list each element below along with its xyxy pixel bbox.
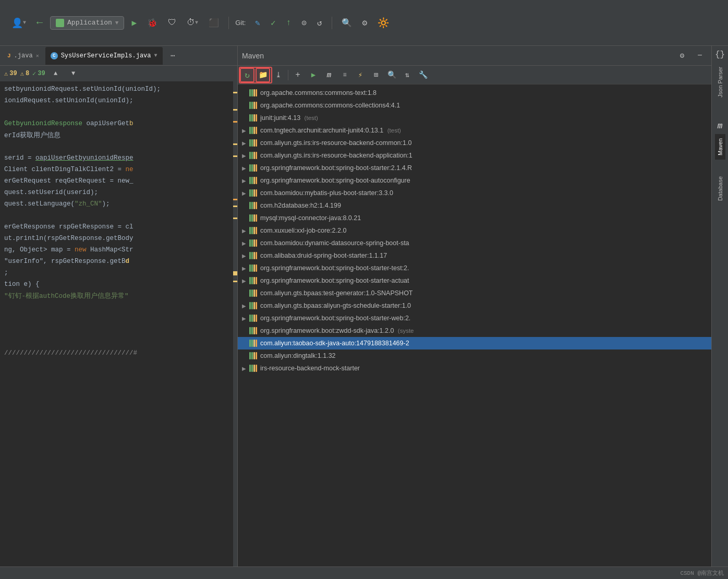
no-arrow bbox=[242, 115, 249, 121]
dep-gts-schedule[interactable]: ▶ com.aliyun.gts.bpaas:aliyun-gts-schedu… bbox=[238, 299, 711, 312]
search-button[interactable]: 🔍 bbox=[338, 16, 355, 30]
maven-run-btn[interactable]: ▶ bbox=[306, 68, 321, 82]
expand-arrow[interactable]: ▶ bbox=[242, 253, 249, 259]
dep-spring-actuator[interactable]: ▶ org.springframework.boot:spring-boot-s… bbox=[238, 274, 711, 287]
tab-dropdown-icon[interactable]: ▼ bbox=[154, 53, 157, 58]
expand-arrow[interactable]: ▶ bbox=[242, 153, 249, 159]
dep-xxl-job[interactable]: ▶ com.xuxueli:xxl-job-core:2.2.0 bbox=[238, 224, 711, 237]
coverage-button[interactable]: 🛡 bbox=[165, 16, 179, 30]
tab-close-icon[interactable]: ✕ bbox=[36, 53, 39, 59]
json-parser-tab[interactable]: Json Parser bbox=[715, 63, 725, 102]
dep-name: com.aliyun:dingtalk:1.1.32 bbox=[260, 352, 336, 359]
dep-archunit[interactable]: ▶ com.tngtech.archunit:archunit-junit4:0… bbox=[238, 124, 711, 137]
attribution-text: CSDN @南宫文机 bbox=[680, 569, 724, 577]
git-update-button[interactable]: ✎ bbox=[252, 16, 263, 30]
profile-run-button[interactable]: ⏱ ▼ bbox=[184, 16, 201, 30]
stop-button[interactable]: ⬛ bbox=[205, 16, 222, 30]
warn2-count: 8 bbox=[26, 70, 29, 77]
code-line: ng, Object> map = new HashMap<Str bbox=[0, 244, 237, 256]
dep-icon bbox=[249, 127, 257, 134]
maven-header-icons: ⚙ − bbox=[675, 49, 707, 63]
run-config-dropdown[interactable]: Application ▼ bbox=[50, 16, 124, 30]
dep-icon bbox=[249, 139, 257, 147]
dep-junit[interactable]: junit:junit:4.13 (test) bbox=[238, 112, 711, 124]
settings-button[interactable]: ⚙ bbox=[359, 16, 371, 30]
maven-download-btn[interactable]: ⤓ bbox=[271, 68, 286, 82]
code-scrollbar[interactable] bbox=[233, 81, 237, 579]
maven-reload-btn[interactable]: ↻ bbox=[240, 68, 254, 82]
expand-arrow[interactable]: ▶ bbox=[242, 190, 249, 196]
dep-irs-common[interactable]: ▶ com.aliyun.gts.irs:irs-resource-backen… bbox=[238, 137, 711, 149]
dep-test-generator[interactable]: com.aliyun.gts.bpaas:test-generator:1.0-… bbox=[238, 287, 711, 299]
profile-button[interactable]: 👤▼ bbox=[8, 15, 29, 31]
expand-arrow[interactable]: ▶ bbox=[242, 366, 249, 371]
dep-zwdd-sdk[interactable]: org.springframework.boot:zwdd-sdk-java:1… bbox=[238, 324, 711, 337]
dep-irs-application[interactable]: ▶ com.aliyun.gts.irs:irs-resource-backen… bbox=[238, 149, 711, 162]
code-line: ut.println(rspGetResponse.getBody bbox=[0, 233, 237, 244]
code-line: serid = oapiUserGetbyunionidRespe bbox=[0, 152, 237, 164]
expand-arrow[interactable]: ▶ bbox=[242, 140, 249, 146]
dep-dynamic-datasource[interactable]: ▶ com.baomidou:dynamic-datasource-spring… bbox=[238, 237, 711, 249]
maven-skip-btn[interactable]: m bbox=[322, 68, 336, 82]
debug-button[interactable]: 🐞 bbox=[144, 16, 161, 30]
dep-spring-web[interactable]: ▶ org.springframework.boot:spring-boot-s… bbox=[238, 312, 711, 324]
dep-icon bbox=[249, 177, 257, 184]
play-button[interactable]: ▶ bbox=[128, 16, 140, 30]
title-bar: 👤▼ ← Application ▼ ▶ 🐞 🛡 ⏱ ▼ ⬛ Git: ✎ ✓ … bbox=[0, 0, 728, 46]
maven-wrench-btn[interactable]: 🔧 bbox=[416, 68, 430, 82]
dep-name: org.springframework.boot:zwdd-sdk-java:1… bbox=[260, 327, 414, 334]
maven-lightning-btn[interactable]: ⚡ bbox=[353, 68, 368, 82]
code-line: erGetResponse rspGetResponse = cl bbox=[0, 221, 237, 233]
dep-druid[interactable]: ▶ com.alibaba:druid-spring-boot-starter:… bbox=[238, 249, 711, 262]
expand-arrow[interactable]: ▶ bbox=[242, 266, 249, 271]
code-editor[interactable]: setbyunionidRequest.setUnionId(unionId);… bbox=[0, 81, 237, 579]
dep-commons-collections[interactable]: org.apache.commons:commons-collections4:… bbox=[238, 99, 711, 112]
git-history-button[interactable]: ⊙ bbox=[298, 16, 310, 30]
ide-icon-button[interactable]: 🔆 bbox=[374, 15, 392, 31]
git-push-button[interactable]: ↑ bbox=[283, 16, 295, 30]
dep-name: junit:junit:4.13 (test) bbox=[260, 114, 318, 122]
expand-arrow[interactable]: ▶ bbox=[242, 228, 249, 234]
expand-arrow[interactable]: ▶ bbox=[242, 240, 249, 246]
problem-nav-up[interactable]: ▲ bbox=[48, 66, 63, 81]
dep-spring-boot-test[interactable]: ▶ org.springframework.boot:spring-boot-s… bbox=[238, 262, 711, 274]
no-arrow bbox=[242, 353, 249, 359]
dep-mysql[interactable]: mysql:mysql-connector-java:8.0.21 bbox=[238, 212, 711, 224]
maven-tab[interactable]: Maven bbox=[715, 134, 725, 160]
scrollbar-mark bbox=[233, 218, 237, 219]
dep-mock-starter-root[interactable]: ▶ irs-resource-backend-mock-starter bbox=[238, 362, 711, 375]
tab-more-options[interactable]: ⋯ bbox=[166, 49, 180, 63]
expand-arrow[interactable]: ▶ bbox=[242, 316, 249, 321]
back-button[interactable]: ← bbox=[33, 15, 46, 31]
dep-icon bbox=[249, 89, 257, 96]
dep-mybatis-plus[interactable]: ▶ com.baomidou:mybatis-plus-boot-starter… bbox=[238, 187, 711, 199]
maven-settings-btn[interactable]: ⚙ bbox=[675, 49, 689, 63]
expand-arrow[interactable]: ▶ bbox=[242, 303, 249, 309]
tab-active-label: SysUserServiceImpls.java bbox=[61, 52, 151, 59]
problem-nav-down[interactable]: ▼ bbox=[66, 66, 81, 81]
maven-filter-btn[interactable]: ⇅ bbox=[400, 68, 415, 82]
maven-toggle-btn[interactable]: ≡ bbox=[337, 68, 352, 82]
dep-spring-boot-starter[interactable]: ▶ org.springframework.boot:spring-boot-s… bbox=[238, 162, 711, 174]
maven-dependency-tree[interactable]: org.apache.commons:commons-text:1.8 org.… bbox=[238, 85, 711, 579]
maven-search-btn[interactable]: 🔍 bbox=[384, 68, 399, 82]
git-rollback-button[interactable]: ↺ bbox=[314, 16, 325, 30]
expand-arrow[interactable]: ▶ bbox=[242, 178, 249, 184]
maven-add-btn[interactable]: + bbox=[290, 68, 305, 82]
expand-arrow[interactable]: ▶ bbox=[242, 128, 249, 134]
maven-collapse-btn[interactable]: − bbox=[693, 49, 707, 63]
expand-arrow[interactable]: ▶ bbox=[242, 165, 249, 171]
maven-generate-btn[interactable]: 📁 bbox=[256, 68, 270, 82]
tab-sys-user-service[interactable]: C SysUserServiceImpls.java ▼ bbox=[45, 47, 163, 65]
tab-java-left[interactable]: J .java ✕ bbox=[2, 47, 44, 65]
database-tab[interactable]: Database bbox=[715, 172, 725, 205]
dep-commons-text[interactable]: org.apache.commons:commons-text:1.8 bbox=[238, 87, 711, 99]
dep-dingtalk[interactable]: com.aliyun:dingtalk:1.1.32 bbox=[238, 349, 711, 362]
coverage-icon: 🛡 bbox=[168, 18, 176, 28]
dep-h2[interactable]: com.h2database:h2:1.4.199 bbox=[238, 199, 711, 212]
maven-tree-btn[interactable]: ⊞ bbox=[369, 68, 383, 82]
expand-arrow[interactable]: ▶ bbox=[242, 278, 249, 284]
git-commit-button[interactable]: ✓ bbox=[268, 16, 279, 30]
dep-spring-autoconfig[interactable]: ▶ org.springframework.boot:spring-boot-a… bbox=[238, 174, 711, 187]
dep-taobao-sdk[interactable]: com.aliyun:taobao-sdk-java-auto:14791883… bbox=[238, 337, 711, 349]
